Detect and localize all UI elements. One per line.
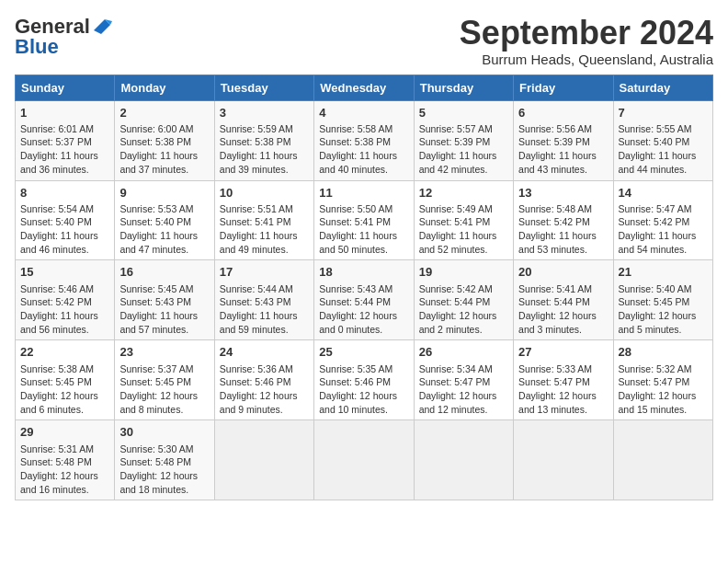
day-number: 6 bbox=[518, 105, 608, 121]
calendar-header-row: SundayMondayTuesdayWednesdayThursdayFrid… bbox=[16, 75, 713, 100]
daylight-text: Daylight: 12 hours and 5 minutes. bbox=[619, 309, 708, 336]
sunrise-text: Sunrise: 5:43 AM bbox=[319, 282, 408, 296]
sunset-text: Sunset: 5:45 PM bbox=[20, 375, 109, 389]
sunrise-text: Sunrise: 5:31 AM bbox=[20, 442, 109, 456]
daylight-text: Daylight: 12 hours and 0 minutes. bbox=[319, 309, 408, 336]
calendar-cell: 13Sunrise: 5:48 AMSunset: 5:42 PMDayligh… bbox=[514, 180, 613, 260]
sunrise-text: Sunrise: 5:44 AM bbox=[220, 282, 309, 296]
sunset-text: Sunset: 5:43 PM bbox=[119, 295, 209, 309]
sunrise-text: Sunrise: 5:54 AM bbox=[20, 202, 109, 216]
daylight-text: Daylight: 12 hours and 13 minutes. bbox=[518, 389, 608, 416]
day-number: 1 bbox=[20, 105, 109, 121]
day-number: 21 bbox=[619, 264, 708, 281]
sunset-text: Sunset: 5:40 PM bbox=[119, 215, 209, 229]
daylight-text: Daylight: 12 hours and 16 minutes. bbox=[20, 469, 109, 496]
sunrise-text: Sunrise: 5:38 AM bbox=[20, 362, 109, 376]
calendar-cell: 7Sunrise: 5:55 AMSunset: 5:40 PMDaylight… bbox=[613, 100, 712, 180]
daylight-text: Daylight: 11 hours and 46 minutes. bbox=[20, 229, 109, 256]
sunrise-text: Sunrise: 5:53 AM bbox=[119, 202, 209, 216]
sunrise-text: Sunrise: 5:59 AM bbox=[220, 122, 309, 136]
sunset-text: Sunset: 5:46 PM bbox=[319, 375, 408, 389]
sunset-text: Sunset: 5:48 PM bbox=[119, 455, 209, 469]
daylight-text: Daylight: 11 hours and 52 minutes. bbox=[419, 229, 508, 256]
calendar-header-sunday: Sunday bbox=[16, 75, 115, 100]
calendar-cell: 27Sunrise: 5:33 AMSunset: 5:47 PMDayligh… bbox=[514, 340, 613, 420]
day-number: 4 bbox=[319, 105, 408, 121]
page-header: General Blue September 2024 Burrum Heads… bbox=[15, 15, 713, 67]
day-number: 11 bbox=[319, 185, 408, 201]
calendar-cell: 26Sunrise: 5:34 AMSunset: 5:47 PMDayligh… bbox=[414, 340, 513, 420]
day-number: 2 bbox=[119, 105, 209, 121]
calendar-cell: 11Sunrise: 5:50 AMSunset: 5:41 PMDayligh… bbox=[314, 180, 414, 260]
calendar-cell bbox=[414, 420, 513, 500]
daylight-text: Daylight: 11 hours and 47 minutes. bbox=[119, 229, 209, 256]
calendar-cell: 23Sunrise: 5:37 AMSunset: 5:45 PMDayligh… bbox=[115, 340, 214, 420]
day-number: 24 bbox=[220, 344, 309, 361]
daylight-text: Daylight: 11 hours and 50 minutes. bbox=[319, 229, 408, 256]
day-number: 26 bbox=[419, 344, 508, 361]
calendar-cell bbox=[514, 420, 613, 500]
daylight-text: Daylight: 11 hours and 49 minutes. bbox=[220, 229, 309, 256]
sunrise-text: Sunrise: 5:49 AM bbox=[419, 202, 508, 216]
sunrise-text: Sunrise: 5:58 AM bbox=[319, 122, 408, 136]
day-number: 30 bbox=[119, 424, 209, 441]
calendar-week-3: 15Sunrise: 5:46 AMSunset: 5:42 PMDayligh… bbox=[16, 260, 713, 340]
day-number: 5 bbox=[419, 105, 508, 121]
sunset-text: Sunset: 5:44 PM bbox=[518, 295, 608, 309]
calendar-cell: 29Sunrise: 5:31 AMSunset: 5:48 PMDayligh… bbox=[16, 420, 115, 500]
calendar-cell: 19Sunrise: 5:42 AMSunset: 5:44 PMDayligh… bbox=[414, 260, 513, 340]
sunset-text: Sunset: 5:38 PM bbox=[319, 135, 408, 149]
daylight-text: Daylight: 12 hours and 6 minutes. bbox=[20, 389, 109, 416]
logo: General Blue bbox=[15, 15, 112, 59]
calendar-cell: 18Sunrise: 5:43 AMSunset: 5:44 PMDayligh… bbox=[314, 260, 414, 340]
daylight-text: Daylight: 11 hours and 42 minutes. bbox=[419, 149, 508, 176]
calendar-title: September 2024 bbox=[460, 15, 713, 52]
day-number: 18 bbox=[319, 264, 408, 281]
sunset-text: Sunset: 5:42 PM bbox=[619, 215, 708, 229]
daylight-text: Daylight: 12 hours and 3 minutes. bbox=[518, 309, 608, 336]
sunrise-text: Sunrise: 5:51 AM bbox=[220, 202, 309, 216]
day-number: 8 bbox=[20, 185, 109, 201]
calendar-header-tuesday: Tuesday bbox=[214, 75, 313, 100]
calendar-cell bbox=[613, 420, 712, 500]
sunrise-text: Sunrise: 5:33 AM bbox=[518, 362, 608, 376]
calendar-header-saturday: Saturday bbox=[613, 75, 712, 100]
day-number: 7 bbox=[619, 105, 708, 121]
sunrise-text: Sunrise: 6:00 AM bbox=[119, 122, 209, 136]
day-number: 15 bbox=[20, 264, 109, 281]
day-number: 19 bbox=[419, 264, 508, 281]
calendar-cell: 12Sunrise: 5:49 AMSunset: 5:41 PMDayligh… bbox=[414, 180, 513, 260]
sunrise-text: Sunrise: 5:42 AM bbox=[419, 282, 508, 296]
sunset-text: Sunset: 5:38 PM bbox=[119, 135, 209, 149]
sunrise-text: Sunrise: 5:40 AM bbox=[619, 282, 708, 296]
day-number: 29 bbox=[20, 424, 109, 441]
daylight-text: Daylight: 12 hours and 10 minutes. bbox=[319, 389, 408, 416]
calendar-cell: 2Sunrise: 6:00 AMSunset: 5:38 PMDaylight… bbox=[115, 100, 214, 180]
day-number: 3 bbox=[220, 105, 309, 121]
calendar-cell: 4Sunrise: 5:58 AMSunset: 5:38 PMDaylight… bbox=[314, 100, 414, 180]
day-number: 13 bbox=[518, 185, 608, 201]
calendar-cell bbox=[214, 420, 313, 500]
daylight-text: Daylight: 11 hours and 53 minutes. bbox=[518, 229, 608, 256]
calendar-week-4: 22Sunrise: 5:38 AMSunset: 5:45 PMDayligh… bbox=[16, 340, 713, 420]
calendar-cell: 8Sunrise: 5:54 AMSunset: 5:40 PMDaylight… bbox=[16, 180, 115, 260]
day-number: 10 bbox=[220, 185, 309, 201]
daylight-text: Daylight: 12 hours and 18 minutes. bbox=[119, 469, 209, 496]
calendar-cell: 21Sunrise: 5:40 AMSunset: 5:45 PMDayligh… bbox=[613, 260, 712, 340]
sunset-text: Sunset: 5:41 PM bbox=[419, 215, 508, 229]
sunrise-text: Sunrise: 5:57 AM bbox=[419, 122, 508, 136]
daylight-text: Daylight: 12 hours and 9 minutes. bbox=[220, 389, 309, 416]
daylight-text: Daylight: 12 hours and 12 minutes. bbox=[419, 389, 508, 416]
daylight-text: Daylight: 11 hours and 43 minutes. bbox=[518, 149, 608, 176]
calendar-cell: 5Sunrise: 5:57 AMSunset: 5:39 PMDaylight… bbox=[414, 100, 513, 180]
calendar-cell: 15Sunrise: 5:46 AMSunset: 5:42 PMDayligh… bbox=[16, 260, 115, 340]
sunrise-text: Sunrise: 5:55 AM bbox=[619, 122, 708, 136]
sunrise-text: Sunrise: 5:34 AM bbox=[419, 362, 508, 376]
sunset-text: Sunset: 5:41 PM bbox=[319, 215, 408, 229]
calendar-week-2: 8Sunrise: 5:54 AMSunset: 5:40 PMDaylight… bbox=[16, 180, 713, 260]
day-number: 23 bbox=[119, 344, 209, 361]
sunset-text: Sunset: 5:48 PM bbox=[20, 455, 109, 469]
calendar-cell: 10Sunrise: 5:51 AMSunset: 5:41 PMDayligh… bbox=[214, 180, 313, 260]
day-number: 12 bbox=[419, 185, 508, 201]
sunset-text: Sunset: 5:47 PM bbox=[419, 375, 508, 389]
